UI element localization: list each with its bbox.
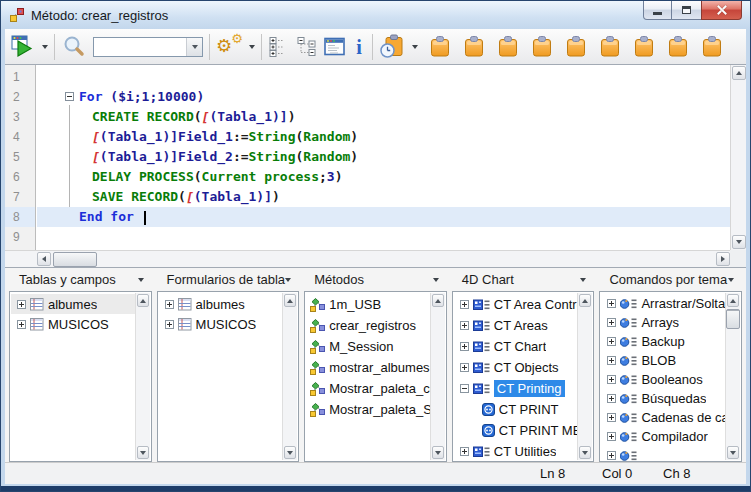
tree-item[interactable]: CT Areas	[454, 315, 579, 336]
clipboard-icon[interactable]	[564, 35, 588, 58]
code-line[interactable]: DELAY PROCESS(Current process;3)	[37, 167, 730, 187]
code-line[interactable]: End for	[37, 207, 730, 227]
tree-item[interactable]: 1m_USB	[306, 294, 431, 315]
tree-item[interactable]: Cadenas de carac	[601, 408, 726, 427]
tree-item[interactable]: CT Printing	[454, 378, 579, 399]
tree-item[interactable]: Booleanos	[601, 370, 726, 389]
tree-item[interactable]: CT Utilities	[454, 441, 579, 461]
scroll-left-button[interactable]	[37, 252, 51, 266]
tree-item[interactable]: Búsquedas	[601, 389, 726, 408]
expand-icon[interactable]	[607, 299, 616, 308]
expand-icon[interactable]	[607, 413, 616, 422]
code-line[interactable]: [(Tabla_1)]Field_1:=String(Random)	[37, 127, 730, 147]
tree-item[interactable]: Arrays	[601, 313, 726, 332]
clipboard-icon[interactable]	[632, 35, 656, 58]
panel-header[interactable]: Formularios de tabla	[157, 272, 300, 287]
code-area[interactable]: For ($i;1;10000)CREATE RECORD([(Tabla_1)…	[37, 65, 730, 250]
panel-header[interactable]: Métodos	[304, 272, 447, 287]
clipboard-icon[interactable]	[462, 35, 486, 58]
expand-icon[interactable]	[165, 300, 174, 309]
tree-item[interactable]: MUSICOS	[11, 314, 136, 334]
scrollbar[interactable]	[135, 293, 150, 460]
collapse-all-icon[interactable]	[296, 36, 318, 57]
expand-icon[interactable]	[607, 375, 616, 384]
minimize-button[interactable]	[643, 1, 672, 20]
tree-item[interactable]: crear_registros	[306, 315, 431, 336]
expand-icon[interactable]	[460, 447, 469, 456]
titlebar[interactable]: Método: crear_registros	[1, 1, 750, 29]
macro-dropdown-caret-icon[interactable]	[412, 45, 418, 49]
panel-header[interactable]: Tablas y campos	[9, 272, 152, 287]
search-icon[interactable]	[61, 34, 87, 60]
tree-item[interactable]: Arrastrar/Soltar	[601, 294, 726, 313]
expand-icon[interactable]	[607, 337, 616, 346]
expand-icon[interactable]	[607, 432, 616, 441]
scrollbar[interactable]	[282, 293, 297, 460]
scroll-down-button[interactable]	[732, 235, 746, 249]
tree-item[interactable]: BLOB	[601, 351, 726, 370]
code-line[interactable]: [(Tabla_1)]Field_2:=String(Random)	[37, 147, 730, 167]
tree-child-item[interactable]: CT PRINT	[454, 399, 579, 420]
tree-item[interactable]: M_Session	[306, 336, 431, 357]
maximize-button[interactable]	[672, 1, 701, 20]
scroll-up-button[interactable]	[137, 294, 149, 307]
expand-icon[interactable]	[460, 321, 469, 330]
chevron-down-icon[interactable]	[433, 278, 439, 282]
scrollbar[interactable]	[430, 293, 445, 460]
tree-item[interactable]: albumes	[11, 294, 136, 314]
expand-icon[interactable]	[607, 356, 616, 365]
expand-icon[interactable]	[17, 300, 26, 309]
tree-item[interactable]: albumes	[159, 294, 284, 314]
clipboard-icon[interactable]	[666, 35, 690, 58]
macro-clock-clipboard-icon[interactable]	[379, 34, 406, 59]
run-method-button[interactable]	[11, 35, 36, 58]
expand-icon[interactable]	[607, 451, 616, 460]
search-combobox-input[interactable]	[94, 39, 186, 55]
tree-item[interactable]: Mostrar_paleta_colo	[306, 378, 431, 399]
search-combobox[interactable]	[93, 37, 203, 57]
scroll-right-button[interactable]	[716, 252, 730, 266]
code-line[interactable]: For ($i;1;10000)	[37, 87, 730, 107]
scroll-up-button[interactable]	[732, 66, 746, 80]
expand-icon[interactable]	[607, 394, 616, 403]
vertical-scrollbar[interactable]	[730, 65, 746, 250]
info-icon[interactable]: i	[352, 37, 366, 57]
expand-icon[interactable]	[460, 363, 469, 372]
tree-item[interactable]	[601, 446, 726, 461]
tree-item[interactable]: Compilador	[601, 427, 726, 446]
tree-item[interactable]: Mostrar_paleta_SVG	[306, 399, 431, 420]
scrollbar[interactable]	[577, 293, 592, 460]
tree-item[interactable]: MUSICOS	[159, 314, 284, 334]
fold-collapse-icon[interactable]	[65, 92, 74, 101]
tree-item[interactable]: CT Chart	[454, 336, 579, 357]
panel-header[interactable]: Comandos por tema	[599, 272, 742, 287]
code-line[interactable]: CREATE RECORD([(Tabla_1)])	[37, 107, 730, 127]
expand-icon[interactable]	[607, 318, 616, 327]
tree-item[interactable]: mostrar_albumes	[306, 357, 431, 378]
code-line[interactable]	[37, 67, 730, 87]
panel-header[interactable]: 4D Chart	[452, 272, 595, 287]
scrollbar-thumb[interactable]	[726, 309, 740, 329]
expand-icon[interactable]	[165, 320, 174, 329]
tree-item[interactable]: Backup	[601, 332, 726, 351]
scroll-down-button[interactable]	[137, 446, 149, 459]
expand-icon[interactable]	[17, 320, 26, 329]
code-line[interactable]: SAVE RECORD([(Tabla_1)])	[37, 187, 730, 207]
scroll-down-button[interactable]	[432, 446, 444, 459]
expand-all-icon[interactable]	[268, 36, 290, 57]
run-dropdown-caret-icon[interactable]	[42, 45, 48, 49]
combobox-dropdown-button[interactable]	[186, 38, 202, 56]
chevron-down-icon[interactable]	[580, 278, 586, 282]
horizontal-scrollbar[interactable]	[5, 250, 730, 267]
tree-child-item[interactable]: CT PRINT MERG	[454, 420, 579, 441]
chevron-down-icon[interactable]	[728, 278, 734, 282]
gears-dropdown-caret-icon[interactable]	[249, 45, 255, 49]
scroll-up-button[interactable]	[432, 294, 444, 307]
expand-icon[interactable]	[460, 300, 469, 309]
expand-icon[interactable]	[460, 342, 469, 351]
scrollbar-thumb[interactable]	[53, 252, 97, 267]
clipboard-icon[interactable]	[700, 35, 724, 58]
scroll-up-button[interactable]	[284, 294, 296, 307]
scroll-up-button[interactable]	[727, 294, 739, 307]
clipboard-icon[interactable]	[530, 35, 554, 58]
